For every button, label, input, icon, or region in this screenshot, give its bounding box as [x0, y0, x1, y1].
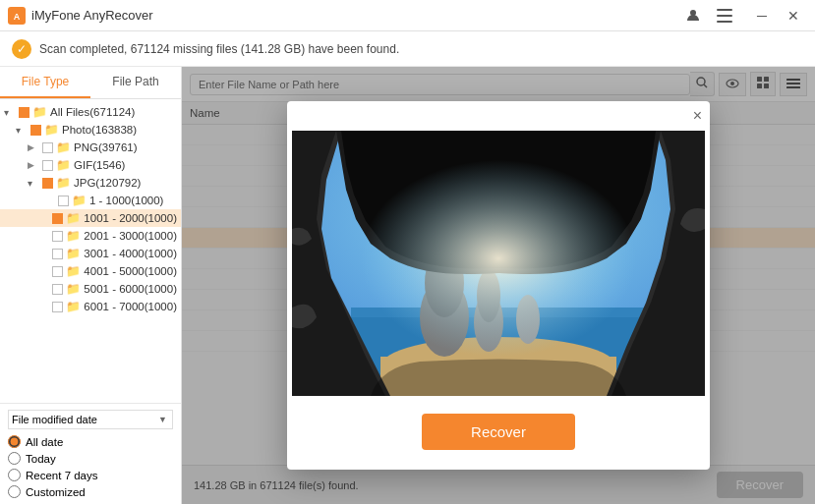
tree-label: Photo(163838): [62, 124, 137, 136]
folder-icon: 📁: [66, 229, 81, 243]
tree-label: PNG(39761): [74, 141, 138, 153]
minimize-button[interactable]: ─: [748, 5, 776, 27]
tree-item-6001-7000[interactable]: 📁 6001 - 7000(1000): [0, 298, 181, 315]
titlebar: A iMyFone AnyRecover ─ ✕: [0, 0, 815, 31]
folder-icon: 📁: [72, 194, 87, 207]
arrow-icon: ▾: [16, 125, 28, 136]
arrow-icon: ▶: [28, 160, 39, 170]
tree-label: JPG(120792): [74, 177, 141, 189]
close-button[interactable]: ✕: [780, 5, 807, 27]
user-icon[interactable]: [681, 4, 705, 28]
date-filter-wrapper: File modified date All date Today Recent…: [8, 410, 173, 429]
folder-icon: 📁: [66, 211, 81, 225]
tree-label: 1 - 1000(1000): [89, 195, 163, 206]
svg-rect-3: [717, 9, 732, 11]
tree-label: 5001 - 6000(1000): [84, 283, 177, 295]
modal-image: [292, 131, 705, 396]
preview-modal: ×: [287, 101, 710, 470]
svg-rect-4: [717, 15, 732, 17]
modal-close-button[interactable]: ×: [693, 107, 702, 125]
arrow-icon: ▾: [4, 107, 16, 118]
checkbox[interactable]: [42, 178, 53, 189]
sidebar-tabs: File Type File Path: [0, 67, 181, 99]
tree-item-1001-2000[interactable]: 📁 1001 - 2000(1000): [0, 209, 181, 227]
tree-item-1-1000[interactable]: 📁 1 - 1000(1000): [0, 192, 181, 209]
arrow-icon: ▶: [28, 142, 39, 152]
tree-label: All Files(671124): [50, 106, 135, 118]
checkbox[interactable]: [52, 284, 63, 295]
content-area: Name Modified Date Path All Files\Phot..…: [182, 67, 815, 504]
radio-recent-7[interactable]: Recent 7 days: [8, 469, 173, 481]
main-area: File Type File Path ▾ 📁 All Files(671124…: [0, 67, 815, 504]
folder-icon: 📁: [32, 105, 47, 119]
tree-item-gif[interactable]: ▶ 📁 GIF(1546): [0, 156, 181, 174]
tab-file-type[interactable]: File Type: [0, 67, 90, 98]
tree-item-4001-5000[interactable]: 📁 4001 - 5000(1000): [0, 262, 181, 280]
menu-icon[interactable]: [713, 4, 736, 28]
svg-point-30: [361, 160, 636, 357]
folder-icon: 📁: [66, 264, 81, 278]
checkbox[interactable]: [42, 142, 53, 153]
checkbox[interactable]: [52, 249, 63, 259]
folder-icon: 📁: [44, 123, 59, 137]
tree-label: 1001 - 2000(1000): [84, 212, 177, 224]
tree-item-2001-3000[interactable]: 📁 2001 - 3000(1000): [0, 227, 181, 245]
checkbox[interactable]: [30, 125, 41, 136]
tree-item-photo[interactable]: ▾ 📁 Photo(163838): [0, 121, 181, 139]
app-title: iMyFone AnyRecover: [31, 8, 681, 23]
radio-all-date[interactable]: All date: [8, 435, 173, 448]
tree-label: GIF(1546): [74, 159, 125, 171]
modal-overlay: ×: [182, 67, 815, 504]
tree-item-all-files[interactable]: ▾ 📁 All Files(671124): [0, 103, 181, 121]
window-controls: ─ ✕: [748, 5, 807, 27]
checkbox[interactable]: [52, 231, 63, 242]
svg-text:A: A: [14, 12, 21, 22]
folder-icon: 📁: [66, 247, 81, 260]
tree-label: 6001 - 7000(1000): [84, 301, 177, 312]
checkbox[interactable]: [58, 196, 69, 206]
tree-item-jpg[interactable]: ▾ 📁 JPG(120792): [0, 174, 181, 192]
modal-header: ×: [287, 101, 710, 131]
tree-item-png[interactable]: ▶ 📁 PNG(39761): [0, 139, 181, 156]
radio-customized[interactable]: Customized: [8, 485, 173, 498]
tree-label: 2001 - 3000(1000): [84, 230, 177, 242]
checkbox[interactable]: [42, 160, 53, 171]
check-icon: ✓: [12, 39, 31, 59]
filter-area: File modified date All date Today Recent…: [0, 403, 181, 504]
date-radio-group: All date Today Recent 7 days Customized: [8, 435, 173, 498]
app-logo: A: [8, 7, 26, 25]
radio-today[interactable]: Today: [8, 452, 173, 465]
folder-icon: 📁: [56, 158, 71, 172]
checkbox[interactable]: [52, 302, 63, 312]
svg-rect-5: [717, 21, 732, 23]
titlebar-icons: [681, 4, 736, 28]
tab-file-path[interactable]: File Path: [90, 67, 181, 98]
sidebar: File Type File Path ▾ 📁 All Files(671124…: [0, 67, 182, 504]
notification-bar: ✓ Scan completed, 671124 missing files (…: [0, 31, 815, 67]
modal-recover-button[interactable]: Recover: [422, 414, 575, 450]
checkbox[interactable]: [52, 266, 63, 277]
folder-icon: 📁: [56, 140, 71, 154]
file-tree: ▾ 📁 All Files(671124) ▾ 📁 Photo(163838) …: [0, 99, 181, 403]
tree-label: 4001 - 5000(1000): [84, 265, 177, 277]
checkbox[interactable]: [52, 213, 63, 224]
tree-item-5001-6000[interactable]: 📁 5001 - 6000(1000): [0, 280, 181, 298]
folder-icon: 📁: [66, 282, 81, 296]
folder-icon: 📁: [66, 300, 81, 313]
arrow-icon: ▾: [28, 178, 39, 189]
notification-text: Scan completed, 671124 missing files (14…: [39, 42, 399, 56]
tree-item-3001-4000[interactable]: 📁 3001 - 4000(1000): [0, 245, 181, 262]
date-filter-select[interactable]: File modified date All date Today Recent…: [8, 410, 173, 429]
checkbox[interactable]: [19, 107, 29, 118]
tree-label: 3001 - 4000(1000): [84, 248, 177, 259]
folder-icon: 📁: [56, 176, 71, 190]
